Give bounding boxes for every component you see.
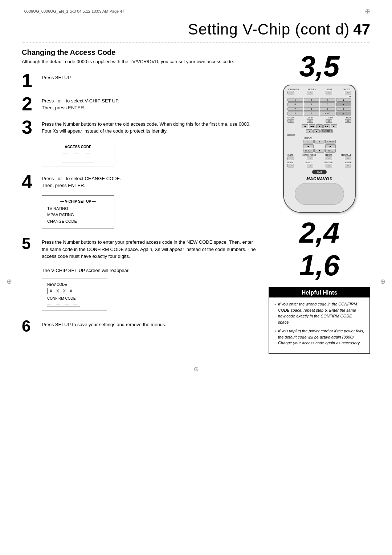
nav-right[interactable]: ▶ — [325, 144, 336, 148]
btn-vol-up[interactable]: ▶ — [336, 102, 352, 106]
access-code-field: — — — — — [62, 151, 94, 162]
angle-btn[interactable]: □ — [345, 164, 351, 167]
ch-vol-labels: CH. — [287, 96, 351, 98]
step-1-number: 1 — [22, 71, 42, 90]
creset-btn[interactable]: □ — [307, 119, 313, 123]
step-4-number: 4 — [22, 172, 42, 191]
display-label: DISPLAY — [303, 137, 314, 139]
title-btn[interactable]: TITLE — [325, 149, 336, 153]
repeat-btn[interactable]: □ — [326, 157, 332, 160]
btn-pause[interactable]: ⏸ — [287, 112, 303, 116]
big-step-numbers-top: 3,5 — [299, 52, 339, 81]
audio-btn[interactable]: □ — [307, 164, 313, 167]
select-btn[interactable]: □ — [345, 91, 351, 94]
display-btn[interactable]: □ — [303, 140, 314, 143]
remote-bottom-oval — [295, 183, 344, 205]
step-2-number: 2 — [22, 94, 42, 113]
speed-row-btns: □ □ □ □ — [287, 119, 351, 123]
mode-label: MODE — [287, 161, 293, 163]
standby-label: STANDBY/ON — [287, 88, 299, 90]
btn-3[interactable]: 3 — [320, 98, 335, 102]
prev-btn[interactable]: |◀ — [302, 124, 308, 128]
btn-7[interactable]: 7 — [287, 107, 303, 111]
step-1: 1 Press SETUP. — [22, 71, 258, 90]
bottom-labels-row1: CLEAR SEARCH/MODE REPEAT REPEAT A-B — [287, 154, 351, 156]
nav-down[interactable]: ▼ — [314, 149, 325, 153]
btn-9[interactable]: 9 — [320, 107, 335, 111]
btn-vol-down[interactable]: 🔊 — [336, 112, 352, 116]
btn-ch-down[interactable]: ▼ — [336, 107, 352, 111]
searchmode-btn[interactable]: □ — [307, 157, 313, 160]
btn-1[interactable]: 1 — [287, 98, 303, 102]
mute-btn[interactable]: □ — [345, 119, 351, 123]
bottom-btns-row1: □ □ □ □ — [287, 157, 351, 160]
mute-label: MUTE — [346, 117, 351, 119]
hints-title: Helpful Hints — [269, 288, 369, 297]
left-crosshair-icon: ⊕ — [7, 278, 12, 285]
btn-plus100[interactable]: +100 — [320, 112, 335, 116]
standby-btn[interactable]: □ — [287, 91, 294, 94]
clear-btn[interactable]: □ — [287, 157, 294, 160]
zoom-btn[interactable]: □ — [326, 119, 332, 123]
setup-btn[interactable]: SETUP — [303, 149, 314, 153]
btn-5[interactable]: 5 — [304, 102, 319, 106]
mode-btn[interactable]: □ — [287, 164, 294, 167]
screen-vchip-menu: — V-CHIP SET UP — TV RATING MPAA RATING … — [42, 195, 114, 229]
nav-left[interactable]: ◀ — [303, 144, 314, 148]
audio-label: AUDIO — [306, 161, 311, 163]
record-btn[interactable]: ● — [306, 129, 313, 133]
right-column: 3,5 STANDBY/ON PICTURE SLEEP SELECT □ □ — [269, 48, 370, 354]
helpful-hints-box: Helpful Hints If you enter the wrong cod… — [269, 287, 370, 354]
btn-4[interactable]: 4 — [287, 102, 303, 106]
picture-btn[interactable]: □ — [307, 91, 313, 94]
speed-btn[interactable]: □ — [287, 119, 294, 123]
btn-0[interactable]: 0 — [304, 112, 319, 116]
btn-6[interactable]: 6 — [320, 102, 335, 106]
sleep-btn[interactable]: □ — [326, 91, 332, 94]
repeatab-btn[interactable]: □ — [345, 157, 351, 160]
next-btn[interactable]: ▶| — [331, 124, 337, 128]
remote-top-labels: STANDBY/ON PICTURE SLEEP SELECT — [287, 88, 351, 90]
clear-label: CLEAR — [287, 154, 294, 156]
rew-btn[interactable]: ◀◀ — [309, 124, 315, 128]
hint-item-1: If you enter the wrong code in the CONFI… — [274, 301, 364, 325]
step-5-text: Press the Number buttons to enter your p… — [42, 236, 258, 274]
screen-access-code: ACCESS CODE — — — — — [42, 141, 114, 166]
disc-menu-btn[interactable]: DISC MENU — [320, 129, 333, 133]
speed-label: SPEED — [287, 117, 294, 119]
step-6: 6 Press SETUP to save your settings and … — [22, 318, 258, 334]
vchip-menu-item-change: CHANGE CODE — [47, 218, 109, 225]
step-5: 5 Press the Number buttons to enter your… — [22, 236, 258, 274]
big-step-numbers-lower: 1,6 — [299, 251, 339, 280]
step-3-text: Press the Number buttons to enter the ol… — [42, 118, 258, 135]
speed-row-labels: SPEED C.RESET ZOOM MUTE — [287, 117, 351, 119]
repeat-label: REPEAT — [325, 154, 332, 156]
btn-ch-up[interactable]: ▲ — [336, 98, 352, 102]
main-content: Changing the Access Code Although the de… — [22, 48, 370, 354]
nav-up[interactable]: ▲ — [314, 140, 325, 143]
bottom-crosshair-icon: ⊕ — [193, 365, 199, 373]
select-label: SELECT — [342, 88, 351, 90]
ff-btn[interactable]: ▶▶ — [323, 124, 330, 128]
sleep-label: SLEEP — [324, 88, 334, 90]
ch-label: CH. — [348, 96, 351, 98]
remote-brand: MAGNAVOX — [287, 177, 351, 181]
btn-8[interactable]: 8 — [304, 107, 319, 111]
step-4: 4 Press or to select CHANGE CODE.Then, p… — [22, 172, 258, 191]
enter-btn[interactable]: ENTER — [325, 140, 336, 143]
btn-2[interactable]: 2 — [304, 98, 319, 102]
play-btn[interactable]: ▶ — [316, 124, 323, 128]
vchip-menu-title: — V-CHIP SET UP — — [47, 199, 109, 203]
remote-wrapper: STANDBY/ON PICTURE SLEEP SELECT □ □ □ □ — [283, 85, 356, 213]
subtitle-btn[interactable]: □ — [326, 164, 332, 167]
transport-row2: ● ■ DISC MENU — [287, 129, 351, 133]
record-label: RECORD — [287, 134, 295, 136]
number-grid: 1 2 3 ▲ 4 5 6 ▶ 7 8 9 ▼ ⏸ 0 +100 — [287, 98, 351, 116]
step-1-text: Press SETUP. — [42, 71, 72, 81]
screen-new-code: NEW CODE X X X X CONFIRM CODE — — — — — [42, 279, 107, 311]
subtitle-label: SUBTITLE — [324, 161, 332, 163]
remote-control: STANDBY/ON PICTURE SLEEP SELECT □ □ □ □ — [283, 85, 356, 213]
stop-btn[interactable]: ■ — [313, 129, 320, 133]
confirm-code-field: — — — — — [47, 301, 80, 307]
searchmode-label: SEARCH/MODE — [302, 154, 316, 156]
